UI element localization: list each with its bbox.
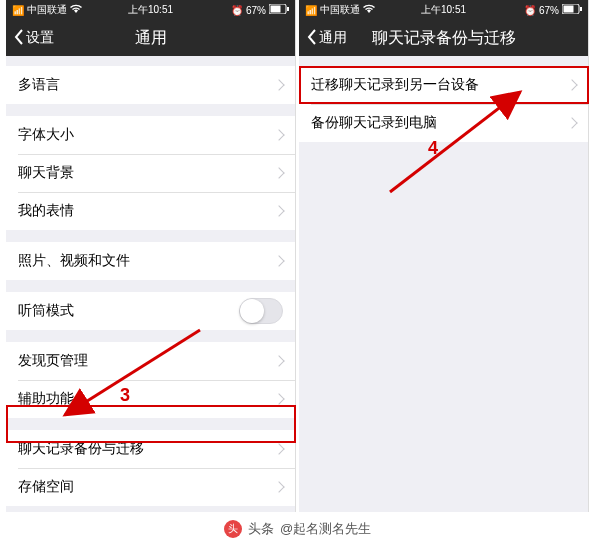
cell-stickers[interactable]: 我的表情 xyxy=(6,192,295,230)
svg-rect-1 xyxy=(271,6,281,13)
battery-icon xyxy=(269,4,289,16)
cell-accessibility[interactable]: 辅助功能 xyxy=(6,380,295,418)
cell-label: 照片、视频和文件 xyxy=(18,252,130,270)
cell-label: 迁移聊天记录到另一台设备 xyxy=(311,76,479,94)
cell-label: 聊天记录备份与迁移 xyxy=(18,440,144,458)
status-bar: 📶 中国联通 上午10:51 ⏰ 67% xyxy=(299,0,588,20)
chevron-right-icon xyxy=(273,255,284,266)
phone-left: 📶 中国联通 上午10:51 ⏰ 67% 设置 xyxy=(6,0,296,512)
cell-migrate-device[interactable]: 迁移聊天记录到另一台设备 xyxy=(299,66,588,104)
chevron-right-icon xyxy=(273,481,284,492)
svg-rect-2 xyxy=(287,7,289,11)
chevron-right-icon xyxy=(273,167,284,178)
cell-label: 多语言 xyxy=(18,76,60,94)
cell-label: 聊天背景 xyxy=(18,164,74,182)
signal-icon: 📶 xyxy=(305,5,317,16)
signal-icon: 📶 xyxy=(12,5,24,16)
cell-label: 字体大小 xyxy=(18,126,74,144)
back-label: 设置 xyxy=(26,29,54,47)
phone-right: 📶 中国联通 上午10:51 ⏰ 67% 通用 xyxy=(299,0,589,512)
nav-bar: 设置 通用 xyxy=(6,20,295,56)
chevron-right-icon xyxy=(273,355,284,366)
cell-media-files[interactable]: 照片、视频和文件 xyxy=(6,242,295,280)
chevron-left-icon xyxy=(307,29,317,48)
cell-discover-manage[interactable]: 发现页管理 xyxy=(6,342,295,380)
cell-label: 听筒模式 xyxy=(18,302,74,320)
cell-label: 我的表情 xyxy=(18,202,74,220)
svg-rect-5 xyxy=(580,7,582,11)
toutiao-logo-icon: 头 xyxy=(224,520,242,538)
cell-earpiece-mode[interactable]: 听筒模式 xyxy=(6,292,295,330)
cell-chat-backup-migrate[interactable]: 聊天记录备份与迁移 xyxy=(6,430,295,468)
chevron-right-icon xyxy=(273,205,284,216)
back-label: 通用 xyxy=(319,29,347,47)
svg-rect-4 xyxy=(564,6,574,13)
callout-number-3: 3 xyxy=(120,385,130,406)
footer-brand: 头条 xyxy=(248,520,274,538)
footer-watermark: 头 头条 @起名测名先生 xyxy=(0,517,595,541)
cell-chat-background[interactable]: 聊天背景 xyxy=(6,154,295,192)
cell-label: 辅助功能 xyxy=(18,390,74,408)
chevron-right-icon xyxy=(273,443,284,454)
chevron-right-icon xyxy=(566,79,577,90)
back-button[interactable]: 通用 xyxy=(299,29,355,48)
battery-icon xyxy=(562,4,582,16)
wifi-icon xyxy=(363,4,375,16)
cell-backup-computer[interactable]: 备份聊天记录到电脑 xyxy=(299,104,588,142)
status-bar: 📶 中国联通 上午10:51 ⏰ 67% xyxy=(6,0,295,20)
cell-language[interactable]: 多语言 xyxy=(6,66,295,104)
chevron-right-icon xyxy=(566,117,577,128)
cell-label: 存储空间 xyxy=(18,478,74,496)
chevron-right-icon xyxy=(273,79,284,90)
chevron-left-icon xyxy=(14,29,24,48)
cell-font-size[interactable]: 字体大小 xyxy=(6,116,295,154)
nav-bar: 通用 聊天记录备份与迁移 xyxy=(299,20,588,56)
cell-storage[interactable]: 存储空间 xyxy=(6,468,295,506)
carrier-label: 中国联通 xyxy=(27,3,67,17)
cell-label: 备份聊天记录到电脑 xyxy=(311,114,437,132)
carrier-label: 中国联通 xyxy=(320,3,360,17)
battery-pct: 67% xyxy=(246,5,266,16)
chevron-right-icon xyxy=(273,129,284,140)
battery-pct: 67% xyxy=(539,5,559,16)
cell-label: 发现页管理 xyxy=(18,352,88,370)
wifi-icon xyxy=(70,4,82,16)
chevron-right-icon xyxy=(273,393,284,404)
back-button[interactable]: 设置 xyxy=(6,29,62,48)
callout-number-4: 4 xyxy=(428,138,438,159)
alarm-icon: ⏰ xyxy=(231,5,243,16)
switch-toggle[interactable] xyxy=(239,298,283,324)
alarm-icon: ⏰ xyxy=(524,5,536,16)
footer-author: @起名测名先生 xyxy=(280,520,371,538)
